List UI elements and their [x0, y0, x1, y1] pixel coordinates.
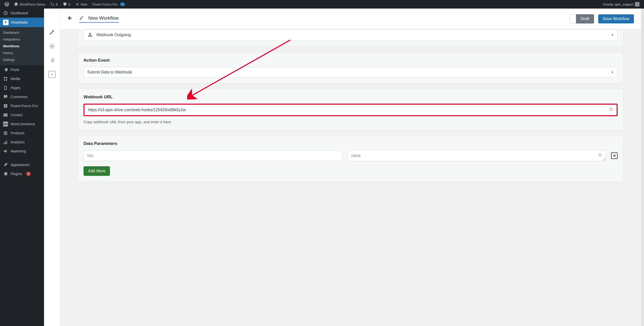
comment-icon — [63, 2, 67, 6]
plus-icon — [75, 2, 79, 6]
site-name-link[interactable]: WordPress Demo — [12, 0, 47, 9]
new-label: New — [81, 3, 87, 6]
howdy-text: Howdy, apix_support — [603, 3, 633, 6]
fluent-forms-link[interactable]: Fluent Forms Pro 1 — [90, 0, 127, 9]
wp-logo[interactable] — [3, 0, 11, 9]
user-account-link[interactable]: Howdy, apix_support — [601, 0, 641, 9]
comments-count: 0 — [68, 3, 70, 6]
wp-admin-bar: WordPress Demo 6 0 New Fluent Forms Pro … — [0, 0, 644, 9]
fluent-forms-badge: 1 — [120, 3, 125, 6]
comments-link[interactable]: 0 — [61, 0, 72, 9]
fluent-forms-label: Fluent Forms Pro — [92, 3, 117, 6]
site-name: WordPress Demo — [20, 3, 45, 6]
avatar — [635, 2, 639, 7]
refresh-icon — [50, 2, 54, 6]
new-content-link[interactable]: New — [73, 0, 89, 9]
home-icon — [14, 2, 18, 6]
updates-count: 6 — [56, 3, 58, 6]
updates-link[interactable]: 6 — [48, 0, 60, 9]
